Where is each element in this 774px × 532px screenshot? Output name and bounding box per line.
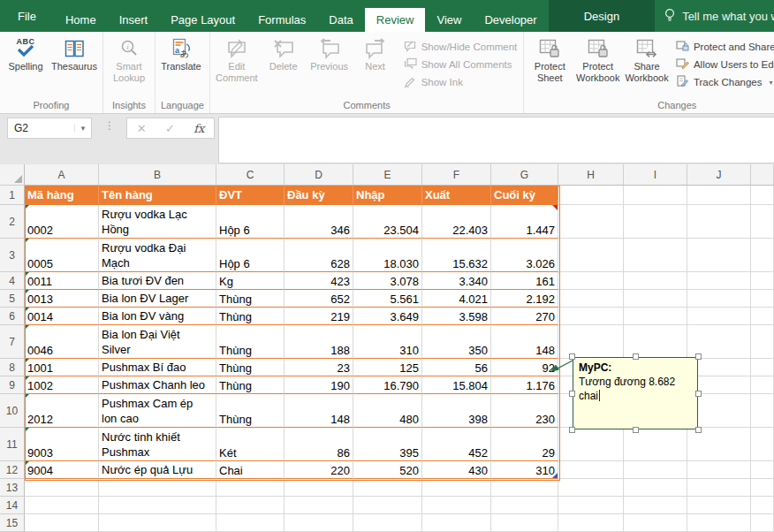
cell-J6[interactable] bbox=[687, 308, 751, 325]
cell-K14[interactable] bbox=[751, 497, 774, 514]
cell-C11[interactable]: Két bbox=[216, 428, 285, 461]
cell-G3[interactable]: 3.026 bbox=[491, 239, 558, 272]
cell-G5[interactable]: 2.192 bbox=[491, 290, 558, 308]
cell-A3[interactable]: 0005 bbox=[25, 239, 99, 272]
cell-B7[interactable]: Bia lon Đại Việt Silver bbox=[99, 325, 216, 359]
cell-I2[interactable] bbox=[624, 205, 687, 239]
cell-F1[interactable]: Xuất bbox=[422, 186, 491, 205]
row-header-2[interactable]: 2 bbox=[0, 205, 25, 239]
show-ink-button[interactable]: Show Ink bbox=[404, 73, 518, 91]
cell-H15[interactable] bbox=[558, 514, 624, 532]
cell-H3[interactable] bbox=[558, 239, 624, 272]
cell-F9[interactable]: 15.804 bbox=[422, 376, 491, 394]
row-header-3[interactable]: 3 bbox=[0, 239, 25, 272]
cell-I14[interactable] bbox=[624, 497, 687, 514]
cell-D6[interactable]: 219 bbox=[285, 308, 353, 325]
cell-E1[interactable]: Nhập bbox=[353, 186, 422, 205]
cell-K1[interactable] bbox=[751, 186, 774, 205]
delete-comment-button[interactable]: Delete bbox=[261, 34, 307, 74]
cell-A11[interactable]: 9003 bbox=[25, 428, 99, 461]
cell-E14[interactable] bbox=[353, 497, 422, 514]
cell-G7[interactable]: 148 bbox=[491, 325, 558, 359]
cell-G1[interactable]: Cuối kỳ bbox=[491, 186, 558, 205]
cell-J2[interactable] bbox=[687, 205, 751, 239]
tab-view[interactable]: View bbox=[425, 8, 473, 32]
tell-me-box[interactable]: Tell me what you want to do... bbox=[655, 0, 774, 32]
row-header-5[interactable]: 5 bbox=[0, 290, 25, 308]
cell-B14[interactable] bbox=[99, 497, 216, 514]
column-header-A[interactable]: A bbox=[25, 164, 99, 186]
cell-H12[interactable] bbox=[558, 461, 624, 479]
cell-B8[interactable]: Pushmax Bí đao bbox=[99, 359, 216, 376]
row-header-12[interactable]: 12 bbox=[0, 461, 25, 479]
cell-C2[interactable]: Hộp 6 bbox=[216, 205, 285, 239]
comment-text-box[interactable]: MyPC: Tương đương 8.682 chai bbox=[573, 357, 698, 429]
formula-input[interactable] bbox=[218, 117, 774, 163]
cell-K9[interactable] bbox=[751, 376, 774, 394]
comment-popup[interactable]: MyPC: Tương đương 8.682 chai bbox=[569, 353, 702, 433]
cell-H2[interactable] bbox=[558, 205, 624, 239]
cell-K3[interactable] bbox=[751, 239, 774, 272]
cell-A8[interactable]: 1001 bbox=[25, 359, 99, 376]
cell-B2[interactable]: Rượu vodka Lạc Hồng bbox=[99, 205, 216, 239]
cell-D1[interactable]: Đầu kỳ bbox=[285, 186, 353, 205]
cell-I4[interactable] bbox=[624, 272, 687, 290]
cell-K13[interactable] bbox=[751, 479, 774, 497]
cell-D9[interactable]: 190 bbox=[285, 376, 353, 394]
cell-E10[interactable]: 480 bbox=[353, 394, 422, 428]
cell-I13[interactable] bbox=[624, 479, 687, 497]
cell-B11[interactable]: Nước tinh khiết Pushmax bbox=[99, 428, 216, 461]
cell-K11[interactable] bbox=[751, 428, 774, 461]
cell-D15[interactable] bbox=[285, 514, 353, 532]
row-header-4[interactable]: 4 bbox=[0, 272, 25, 290]
row-header-15[interactable]: 15 bbox=[0, 514, 25, 532]
cell-D5[interactable]: 652 bbox=[285, 290, 353, 308]
resize-handle-bottom-left[interactable] bbox=[569, 427, 575, 433]
cell-G10[interactable]: 230 bbox=[491, 394, 558, 428]
resize-handle-middle-right[interactable] bbox=[695, 391, 702, 397]
cell-B5[interactable]: Bia lon ĐV Lager bbox=[99, 290, 216, 308]
cell-D13[interactable] bbox=[285, 479, 353, 497]
cell-C8[interactable]: Thùng bbox=[216, 359, 285, 376]
cell-G12[interactable]: 310 bbox=[491, 461, 558, 479]
select-all-corner[interactable] bbox=[0, 164, 25, 186]
cell-F7[interactable]: 350 bbox=[422, 325, 491, 359]
column-header-C[interactable]: C bbox=[216, 164, 285, 186]
cell-A10[interactable]: 2012 bbox=[25, 394, 99, 428]
cell-J1[interactable] bbox=[687, 186, 751, 205]
cell-H1[interactable] bbox=[558, 186, 624, 205]
resize-handle-top-middle[interactable] bbox=[633, 353, 639, 360]
tab-insert[interactable]: Insert bbox=[108, 8, 160, 32]
cell-E6[interactable]: 3.649 bbox=[353, 308, 422, 325]
cell-C3[interactable]: Hộp 6 bbox=[216, 239, 285, 272]
allow-users-edit-ranges-button[interactable]: Allow Users to Edit Ranges bbox=[676, 56, 774, 73]
cell-I1[interactable] bbox=[624, 186, 687, 205]
cell-E7[interactable]: 310 bbox=[353, 325, 422, 359]
cell-D11[interactable]: 86 bbox=[285, 428, 353, 461]
cell-G4[interactable]: 161 bbox=[491, 272, 558, 290]
cell-B10[interactable]: Pushmax Cam ép lon cao bbox=[99, 394, 216, 428]
tab-data[interactable]: Data bbox=[317, 8, 364, 32]
cell-F2[interactable]: 22.403 bbox=[422, 205, 491, 239]
cell-C1[interactable]: ĐVT bbox=[216, 186, 285, 205]
cell-B6[interactable]: Bia lon ĐV vàng bbox=[99, 308, 216, 325]
cell-C5[interactable]: Thùng bbox=[216, 290, 285, 308]
cell-F13[interactable] bbox=[422, 479, 491, 497]
insert-function-icon[interactable]: fx bbox=[194, 122, 204, 135]
cell-A9[interactable]: 1002 bbox=[25, 376, 99, 394]
cell-H4[interactable] bbox=[558, 272, 624, 290]
protect-sheet-button[interactable]: Protect Sheet bbox=[527, 34, 573, 86]
name-box-dropdown-icon[interactable]: ▼ bbox=[74, 125, 91, 133]
row-header-6[interactable]: 6 bbox=[0, 308, 25, 325]
column-header-G[interactable]: G bbox=[491, 164, 558, 186]
resize-handle-bottom-right[interactable] bbox=[695, 427, 702, 433]
cell-C6[interactable]: Thùng bbox=[216, 308, 285, 325]
cell-J14[interactable] bbox=[687, 497, 751, 514]
row-header-11[interactable]: 11 bbox=[0, 428, 25, 461]
cell-J5[interactable] bbox=[687, 290, 751, 308]
cell-B9[interactable]: Pushmax Chanh leo bbox=[99, 376, 216, 394]
cell-K6[interactable] bbox=[751, 308, 774, 325]
cell-E8[interactable]: 125 bbox=[353, 359, 422, 376]
cell-J4[interactable] bbox=[687, 272, 751, 290]
name-box[interactable]: G2 ▼ bbox=[7, 118, 92, 139]
